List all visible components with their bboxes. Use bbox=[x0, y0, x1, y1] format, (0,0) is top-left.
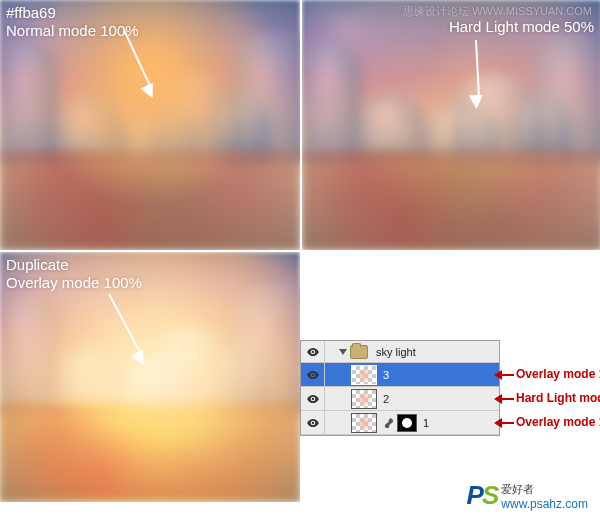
watermark-url: www.psahz.com bbox=[501, 497, 588, 511]
watermark-cn: 爱好者 bbox=[501, 482, 588, 497]
layer-thumbnail[interactable] bbox=[351, 389, 377, 409]
layer-name[interactable]: 3 bbox=[381, 369, 499, 381]
eye-icon bbox=[306, 416, 320, 430]
link-icon[interactable] bbox=[383, 417, 395, 429]
layer-group-row[interactable]: sky light bbox=[301, 341, 499, 363]
panel-top-left: #ffba69 Normal mode 100% bbox=[0, 0, 300, 250]
panel-bottom-left: Duplicate Overlay mode 100% bbox=[0, 252, 300, 502]
visibility-toggle[interactable] bbox=[301, 387, 325, 410]
svg-point-3 bbox=[311, 421, 313, 423]
layer-name[interactable]: 1 bbox=[421, 417, 499, 429]
layer-thumbnail[interactable] bbox=[351, 413, 377, 433]
svg-point-2 bbox=[311, 397, 313, 399]
panel-top-right: Hard Light mode 50% 思缘设计论坛 WWW.MISSYUAN.… bbox=[302, 0, 600, 250]
label-overlay-top: Overlay mode 100% bbox=[516, 367, 600, 381]
annotation-mode-hardlight: Hard Light mode 50% bbox=[449, 18, 594, 36]
layer-row-2[interactable]: 2 bbox=[301, 387, 499, 411]
visibility-toggle[interactable] bbox=[301, 341, 325, 362]
arrow-red-icon bbox=[500, 422, 514, 424]
eye-icon bbox=[306, 368, 320, 382]
layer-name[interactable]: 2 bbox=[381, 393, 499, 405]
layer-thumbnail[interactable] bbox=[351, 365, 377, 385]
svg-point-1 bbox=[311, 373, 313, 375]
eye-icon bbox=[306, 345, 320, 359]
label-overlay-bottom: Overlay mode 100% bbox=[516, 415, 600, 429]
watermark-top: 思缘设计论坛 WWW.MISSYUAN.COM bbox=[403, 4, 592, 19]
label-hardlight: Hard Light mode 50% bbox=[516, 391, 600, 405]
folder-icon bbox=[350, 345, 368, 359]
eye-icon bbox=[306, 392, 320, 406]
annotation-color-hex: #ffba69 bbox=[6, 4, 56, 22]
annotation-duplicate: Duplicate bbox=[6, 256, 69, 274]
arrow-red-icon bbox=[500, 374, 514, 376]
layer-row-3[interactable]: 3 bbox=[301, 363, 499, 387]
layers-panel[interactable]: sky light 3 2 bbox=[300, 340, 500, 436]
visibility-toggle[interactable] bbox=[301, 363, 325, 386]
mask-thumbnail[interactable] bbox=[397, 414, 417, 432]
group-name[interactable]: sky light bbox=[374, 346, 499, 358]
visibility-toggle[interactable] bbox=[301, 411, 325, 434]
layers-panel-area: sky light 3 2 bbox=[300, 340, 600, 436]
annotation-mode-normal: Normal mode 100% bbox=[6, 22, 139, 40]
ps-logo: PS bbox=[467, 480, 498, 511]
disclosure-triangle-icon[interactable] bbox=[339, 349, 347, 355]
annotation-mode-overlay: Overlay mode 100% bbox=[6, 274, 142, 292]
layer-row-1[interactable]: 1 bbox=[301, 411, 499, 435]
arrow-red-icon bbox=[500, 398, 514, 400]
watermark-bottom: PS 爱好者 www.psahz.com bbox=[467, 480, 588, 511]
svg-point-0 bbox=[311, 350, 313, 352]
